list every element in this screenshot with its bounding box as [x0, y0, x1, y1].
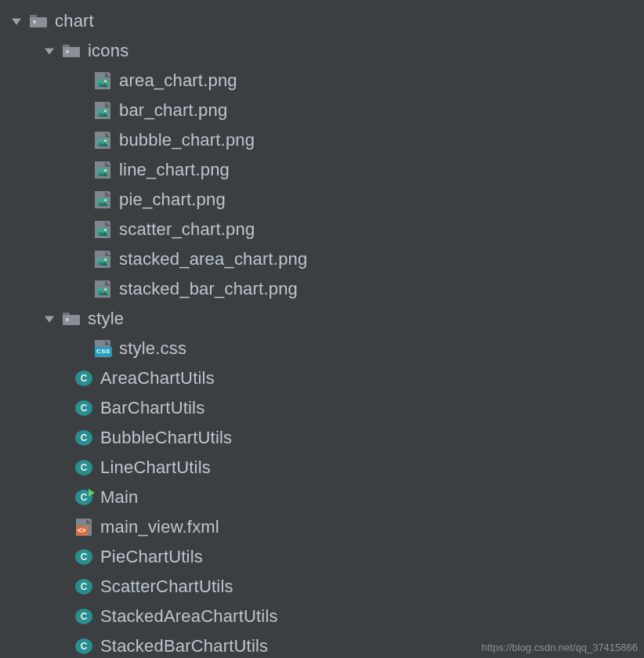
tree-class[interactable]: C AreaChartUtils: [0, 363, 644, 393]
java-class-icon: C: [75, 400, 92, 416]
folder-icon: [63, 42, 80, 60]
tree-file[interactable]: <> main_view.fxml: [0, 512, 644, 542]
tree-file[interactable]: scatter_chart.png: [0, 215, 644, 244]
file-label: style.css: [119, 338, 186, 359]
image-file-icon: [94, 132, 111, 149]
tree-class-main[interactable]: C Main: [0, 483, 644, 512]
tree-class[interactable]: C LineChartUtils: [0, 453, 644, 483]
java-class-icon: C: [75, 430, 92, 446]
folder-icon: [63, 310, 80, 327]
css-file-icon: CSS: [94, 340, 111, 357]
tree-file[interactable]: line_chart.png: [0, 155, 644, 185]
tree-file[interactable]: stacked_bar_chart.png: [0, 274, 644, 304]
file-label: bar_chart.png: [119, 100, 227, 121]
folder-label: style: [88, 309, 124, 329]
file-label: stacked_area_chart.png: [119, 249, 307, 269]
class-label: PieChartUtils: [100, 547, 203, 567]
tree-class[interactable]: C ScatterChartUtils: [0, 572, 644, 602]
tree-class[interactable]: C BubbleChartUtils: [0, 423, 644, 453]
tree-file[interactable]: stacked_area_chart.png: [0, 244, 644, 274]
java-class-icon: C: [75, 371, 92, 386]
java-class-icon: C: [75, 549, 92, 565]
file-label: bubble_chart.png: [119, 130, 255, 150]
class-label: BarChartUtils: [100, 398, 204, 418]
class-label: StackedBarChartUtils: [100, 636, 268, 656]
image-file-icon: [94, 102, 111, 119]
svg-rect-7: [63, 315, 80, 325]
chevron-down-icon: [42, 44, 56, 58]
class-label: ScatterChartUtils: [100, 577, 233, 597]
class-label: AreaChartUtils: [100, 368, 215, 389]
watermark-text: https://blog.csdn.net/qq_37415866: [482, 642, 639, 653]
folder-icon: [30, 13, 47, 30]
image-file-icon: [94, 251, 111, 268]
tree-file[interactable]: bubble_chart.png: [0, 125, 644, 155]
file-label: stacked_bar_chart.png: [119, 279, 298, 299]
java-class-icon: C: [75, 579, 92, 595]
folder-label: icons: [88, 41, 128, 61]
chevron-down-icon: [9, 14, 24, 28]
java-class-icon: C: [75, 638, 92, 654]
tree-file[interactable]: CSS style.css: [0, 334, 644, 363]
image-file-icon: [94, 161, 111, 179]
fxml-file-icon: <>: [75, 519, 92, 536]
tree-folder-style[interactable]: style: [0, 304, 644, 334]
class-label: LineChartUtils: [100, 457, 211, 478]
tree-file[interactable]: bar_chart.png: [0, 96, 644, 125]
file-label: scatter_chart.png: [119, 219, 255, 240]
java-main-class-icon: C: [75, 490, 92, 505]
file-label: main_view.fxml: [100, 517, 219, 537]
java-class-icon: C: [75, 460, 92, 475]
file-label: pie_chart.png: [119, 190, 226, 210]
run-indicator-icon: [89, 489, 95, 497]
tree-file[interactable]: pie_chart.png: [0, 185, 644, 215]
java-class-icon: C: [75, 609, 92, 624]
file-label: line_chart.png: [119, 160, 230, 180]
file-label: area_chart.png: [119, 70, 237, 91]
tree-class[interactable]: C BarChartUtils: [0, 393, 644, 423]
tree-class[interactable]: C StackedAreaChartUtils: [0, 602, 644, 631]
svg-point-8: [66, 318, 69, 321]
image-file-icon: [94, 221, 111, 238]
tree-folder-icons[interactable]: icons: [0, 36, 644, 66]
svg-rect-4: [63, 47, 80, 57]
svg-point-5: [66, 50, 69, 53]
chevron-down-icon: [42, 312, 56, 326]
svg-point-2: [33, 20, 36, 24]
image-file-icon: [94, 280, 111, 298]
tree-file[interactable]: area_chart.png: [0, 66, 644, 96]
svg-rect-1: [30, 17, 47, 27]
tree-class[interactable]: C PieChartUtils: [0, 542, 644, 572]
class-label: StackedAreaChartUtils: [100, 606, 278, 627]
class-label: Main: [100, 487, 139, 508]
image-file-icon: [94, 72, 111, 89]
project-tree: chart icons area_chart.png bar_chart.png…: [0, 0, 644, 658]
image-file-icon: [94, 191, 111, 208]
folder-label: chart: [55, 11, 94, 31]
class-label: BubbleChartUtils: [100, 428, 232, 448]
tree-folder-chart[interactable]: chart: [0, 6, 644, 36]
